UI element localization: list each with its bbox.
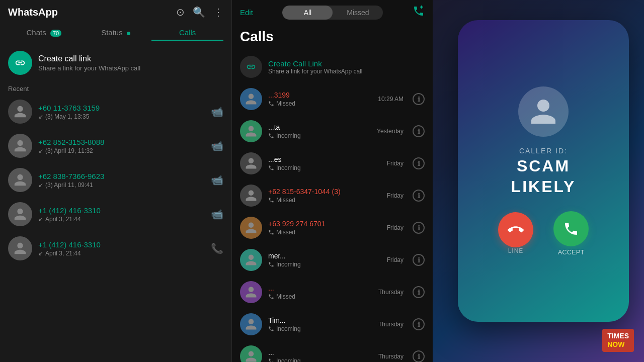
calls-link-text: Create Call Link Share a link for your W… — [268, 59, 362, 75]
person-icon — [245, 93, 258, 106]
decline-call-button[interactable] — [498, 212, 533, 247]
call-info-button[interactable]: ℹ — [413, 350, 425, 362]
call-item[interactable]: ...3199 Missed 10:29 AM ℹ — [232, 83, 433, 115]
phone-screen: CALLER ID: SCAM LIKELY LINE — [458, 20, 629, 322]
app-title: WhatsApp — [8, 7, 176, 18]
accept-call-button[interactable] — [553, 211, 589, 246]
tab-status[interactable]: Status — [80, 24, 152, 41]
person-icon — [245, 125, 258, 138]
recent-detail: ↙April 3, 21:44 — [38, 216, 205, 223]
person-icon — [13, 173, 27, 187]
call-info-button[interactable]: ℹ — [413, 157, 425, 169]
call-avatar — [240, 345, 262, 362]
person-icon — [245, 350, 258, 362]
calls-create-link[interactable]: Create Call Link Share a link for your W… — [232, 51, 433, 83]
call-time: Friday — [387, 224, 404, 231]
phone-mockup: CALLER ID: SCAM LIKELY LINE — [458, 20, 629, 322]
recent-name: +62 838-7366-9623 — [38, 172, 205, 180]
call-item[interactable]: +62 815-6347-1044 (3) Missed Friday ℹ — [232, 179, 433, 212]
video-call-icon[interactable]: 📹 — [211, 140, 223, 152]
call-item[interactable]: +63 929 274 6701 Missed Friday ℹ — [232, 212, 433, 244]
call-info: ...3199 Missed — [268, 91, 372, 107]
call-avatar — [240, 281, 262, 303]
create-call-link-item[interactable]: Create call link Share a link for your W… — [0, 45, 231, 81]
recent-detail: ↙(3) May 1, 13:35 — [38, 113, 205, 120]
call-info-button[interactable]: ℹ — [413, 93, 425, 105]
recent-item[interactable]: +62 838-7366-9623 ↙(3) April 11, 09:41 📹 — [0, 163, 231, 197]
camera-icon[interactable]: ⊙ — [176, 6, 185, 18]
call-item[interactable]: ... Missed Thursday ℹ — [232, 276, 433, 308]
background-panel: CALLER ID: SCAM LIKELY LINE — [433, 0, 644, 362]
recent-name: +1 (412) 416-3310 — [38, 206, 205, 215]
recent-item[interactable]: +1 (412) 416-3310 ↙April 3, 21:44 📞 — [0, 231, 231, 265]
avatar — [8, 134, 32, 158]
header-icons: ⊙ 🔍 ⋮ — [176, 6, 223, 18]
add-call-button[interactable] — [413, 5, 425, 20]
status-label: Status — [101, 28, 123, 37]
person-icon — [245, 318, 258, 331]
recent-name: +62 852-3153-8088 — [38, 138, 205, 146]
tab-chats[interactable]: Chats 70 — [8, 24, 80, 41]
call-info-button[interactable]: ℹ — [413, 125, 425, 137]
call-item[interactable]: ...ta Incoming Yesterday ℹ — [232, 115, 433, 147]
phone-icon — [268, 294, 274, 300]
recent-name: +60 11-3763 3159 — [38, 104, 205, 112]
call-name: +63 929 274 6701 — [268, 220, 381, 228]
person-icon — [245, 286, 258, 299]
call-item[interactable]: ... Incoming Thursday ℹ — [232, 340, 433, 362]
call-time: Friday — [387, 160, 404, 167]
call-name: mer... — [268, 252, 381, 260]
calls-link-subtitle: Share a link for your WhatsApp call — [268, 68, 362, 75]
recent-detail: ↙(3) April 19, 11:32 — [38, 147, 205, 154]
search-icon[interactable]: 🔍 — [193, 6, 205, 18]
call-status: Incoming — [268, 261, 381, 268]
recent-item[interactable]: +60 11-3763 3159 ↙(3) May 1, 13:35 📹 — [0, 95, 231, 129]
tab-calls[interactable]: Calls — [151, 24, 223, 41]
accept-label: ACCEPT — [553, 248, 589, 256]
recent-info: +1 (412) 416-3310 ↙April 3, 21:44 — [38, 206, 205, 223]
calls-link-icon-btn — [240, 56, 262, 78]
filter-missed-button[interactable]: Missed — [333, 6, 383, 20]
create-link-text: Create call link Share a link for your W… — [38, 54, 140, 72]
recent-detail: ↙(3) April 11, 09:41 — [38, 182, 205, 189]
menu-icon[interactable]: ⋮ — [213, 6, 223, 18]
call-info: ...es Incoming — [268, 155, 381, 171]
recent-item[interactable]: +62 852-3153-8088 ↙(3) April 19, 11:32 📹 — [0, 129, 231, 163]
call-avatar — [240, 217, 262, 239]
call-status: Incoming — [268, 132, 371, 139]
call-info-button[interactable]: ℹ — [413, 318, 425, 330]
status-dot — [127, 32, 130, 35]
call-item[interactable]: Tim... Incoming Thursday ℹ — [232, 308, 433, 340]
call-info-button[interactable]: ℹ — [413, 222, 425, 234]
person-icon — [13, 139, 27, 153]
recent-name: +1 (412) 416-3310 — [38, 240, 205, 249]
call-avatar — [240, 120, 262, 142]
edit-button[interactable]: Edit — [240, 8, 253, 17]
decline-button-wrap: LINE — [498, 212, 533, 254]
recent-info: +1 (412) 416-3310 ↙April 3, 21:44 — [38, 240, 205, 257]
video-call-icon[interactable]: 📹 — [211, 174, 223, 186]
filter-all-button[interactable]: All — [282, 6, 333, 20]
call-info-button[interactable]: ℹ — [413, 254, 425, 266]
calls-top-bar: Edit All Missed — [232, 0, 433, 25]
call-item[interactable]: mer... Incoming Friday ℹ — [232, 244, 433, 276]
call-status: Incoming — [268, 325, 372, 332]
call-name: +62 815-6347-1044 (3) — [268, 188, 381, 196]
call-time: Friday — [387, 192, 404, 199]
call-item[interactable]: ...es Incoming Friday ℹ — [232, 147, 433, 179]
call-info: ...ta Incoming — [268, 123, 371, 139]
call-info: Tim... Incoming — [268, 316, 372, 332]
person-icon — [245, 221, 258, 234]
video-call-icon[interactable]: 📹 — [211, 106, 223, 118]
call-time: Thursday — [378, 321, 404, 328]
call-info-button[interactable]: ℹ — [413, 286, 425, 298]
call-name: ... — [268, 348, 372, 356]
recent-item[interactable]: +1 (412) 416-3310 ↙April 3, 21:44 📹 — [0, 197, 231, 231]
video-call-icon[interactable]: 📹 — [211, 208, 223, 220]
phone-call-icon[interactable]: 📞 — [211, 242, 223, 254]
call-name: ...es — [268, 155, 381, 163]
caller-avatar-large — [518, 86, 569, 137]
recent-info: +60 11-3763 3159 ↙(3) May 1, 13:35 — [38, 104, 205, 120]
call-info-button[interactable]: ℹ — [413, 190, 425, 202]
call-info: +63 929 274 6701 Missed — [268, 220, 381, 236]
